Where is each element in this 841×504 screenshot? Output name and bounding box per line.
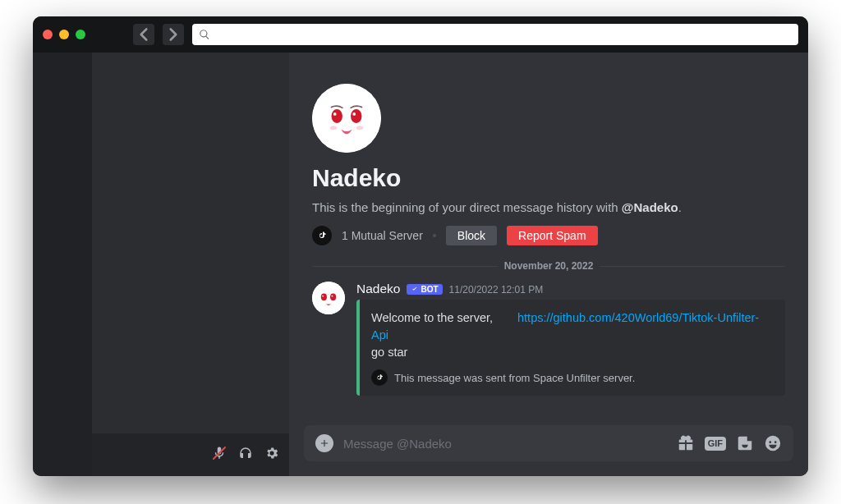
message-scroller[interactable]: Nadeko This is the beginning of your dir… — [289, 53, 808, 425]
avatar-image — [312, 282, 345, 314]
verified-check-icon — [411, 285, 419, 293]
close-window-button[interactable] — [43, 30, 53, 39]
sticker-button[interactable] — [736, 434, 754, 452]
microphone-icon — [212, 446, 227, 460]
embed-footer: This message was sent from Space Unfilte… — [371, 369, 774, 386]
composer-input[interactable] — [343, 437, 667, 451]
emoji-icon — [764, 434, 782, 452]
message-embed: Welcome to the server,https://github.com… — [356, 300, 785, 396]
message-avatar[interactable] — [312, 282, 345, 314]
svg-point-6 — [356, 126, 363, 130]
sticker-icon — [736, 434, 754, 452]
back-button[interactable] — [133, 24, 154, 45]
svg-point-8 — [321, 293, 327, 300]
gift-icon — [677, 434, 695, 452]
gift-button[interactable] — [677, 434, 695, 452]
dm-sidebar — [92, 53, 289, 476]
profile-actions-row: 1 Mutual Server Block Report Spam — [312, 226, 785, 245]
embed-footer-icon — [371, 369, 388, 386]
svg-point-1 — [332, 109, 342, 123]
message-timestamp: 11/20/2022 12:01 PM — [449, 284, 544, 296]
avatar-image — [312, 84, 381, 153]
date-divider-label: November 20, 2022 — [504, 260, 594, 272]
profile-avatar[interactable] — [312, 84, 381, 153]
tiktok-icon — [317, 231, 327, 241]
user-settings-button[interactable] — [264, 446, 279, 464]
chat-area: Nadeko This is the beginning of your dir… — [289, 53, 808, 476]
search-input[interactable] — [215, 29, 792, 41]
svg-point-9 — [330, 293, 336, 300]
guild-rail — [33, 53, 92, 476]
gif-icon: GIF — [705, 437, 726, 451]
svg-point-3 — [333, 112, 337, 116]
forward-button[interactable] — [163, 24, 184, 45]
bot-tag: BOT — [407, 284, 442, 295]
window-controls — [43, 30, 85, 39]
minimize-window-button[interactable] — [59, 30, 69, 39]
user-panel — [92, 433, 289, 476]
deafen-button[interactable] — [238, 446, 253, 464]
message-header: Nadeko BOT 11/20/2022 12:01 PM — [356, 282, 785, 296]
tiktok-icon — [375, 373, 384, 382]
titlebar — [33, 16, 808, 53]
message: Nadeko BOT 11/20/2022 12:01 PM Welcome t… — [312, 282, 785, 396]
block-button[interactable]: Block — [446, 226, 497, 245]
emoji-button[interactable] — [764, 434, 782, 452]
svg-point-7 — [312, 282, 345, 314]
search-icon — [199, 29, 210, 40]
mutual-server-count[interactable]: 1 Mutual Server — [342, 229, 423, 242]
fullscreen-window-button[interactable] — [76, 30, 85, 39]
profile-username: Nadeko — [312, 164, 785, 192]
message-composer[interactable]: GIF — [304, 425, 793, 461]
app-window: Nadeko This is the beginning of your dir… — [33, 16, 808, 476]
headphones-icon — [238, 446, 253, 460]
date-divider: November 20, 2022 — [312, 260, 785, 272]
mute-mic-button[interactable] — [212, 446, 227, 464]
svg-point-4 — [352, 112, 356, 116]
report-spam-button[interactable]: Report Spam — [507, 226, 597, 245]
gear-icon — [264, 446, 279, 460]
separator-dot — [433, 234, 436, 237]
quick-switcher[interactable] — [192, 24, 798, 45]
gif-button[interactable]: GIF — [705, 437, 726, 451]
svg-point-5 — [330, 126, 337, 130]
message-author[interactable]: Nadeko — [356, 282, 400, 296]
plus-icon — [319, 438, 330, 449]
embed-description: Welcome to the server,https://github.com… — [371, 309, 774, 361]
svg-point-2 — [351, 109, 361, 123]
svg-point-10 — [322, 296, 324, 297]
attach-button[interactable] — [315, 434, 333, 452]
svg-point-11 — [331, 296, 333, 297]
mutual-server-icon[interactable] — [312, 226, 332, 245]
app-body: Nadeko This is the beginning of your dir… — [33, 53, 808, 476]
composer-actions: GIF — [677, 434, 782, 452]
dm-intro-text: This is the beginning of your direct mes… — [312, 200, 785, 214]
embed-footer-text: This message was sent from Space Unfilte… — [394, 372, 635, 384]
